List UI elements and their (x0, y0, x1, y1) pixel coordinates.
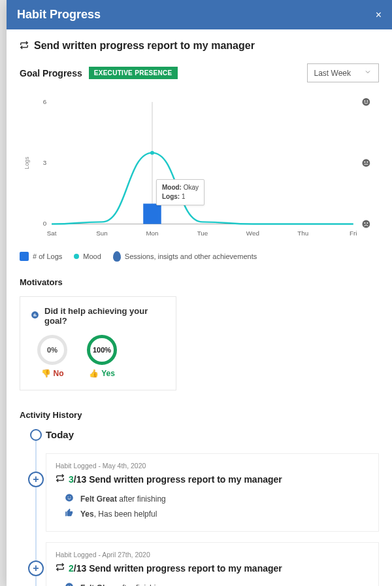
svg-point-22 (362, 220, 370, 228)
svg-point-7 (150, 151, 154, 155)
svg-point-19 (364, 162, 365, 163)
svg-point-31 (70, 496, 71, 497)
svg-point-24 (367, 222, 368, 224)
timeline-node-today (30, 429, 42, 441)
entry-title: 2/13 Send written progress report to my … (69, 563, 282, 574)
progress-chart: Logs036SatSunMonTueWedThuFri Mood: Okay … (20, 94, 379, 245)
svg-point-30 (68, 496, 69, 497)
donut-no: 0% 👎 No (37, 335, 67, 378)
timeline-expand-button[interactable]: + (28, 472, 44, 487)
modal-header: Habit Progress × (7, 0, 392, 29)
chart-svg: Logs036SatSunMonTueWedThuFri (20, 94, 379, 245)
goal-progress-label: Goal Progress (20, 68, 82, 78)
entry-feeling: Felt Okay after finishing (56, 582, 369, 586)
entry-title-row: 2/13 Send written progress report to my … (56, 562, 369, 574)
entry-title-row: 3/13 Send written progress report to my … (56, 474, 369, 485)
timeline-expand-button[interactable]: + (28, 560, 44, 576)
svg-text:3: 3 (43, 159, 47, 166)
donut-no-value: 0% (37, 335, 67, 365)
svg-point-16 (364, 100, 365, 101)
goal-row: Goal Progress EXECUTIVE PRESENCE Last We… (20, 63, 379, 82)
svg-text:Thu: Thu (297, 230, 308, 237)
modal-title: Habit Progress (17, 8, 101, 22)
svg-point-17 (367, 100, 368, 101)
timeline-today-label: Today (46, 429, 379, 440)
svg-text:Tue: Tue (197, 230, 208, 237)
motivators-title: Motivators (20, 277, 379, 287)
entry-feeling: Felt Great after finishing (56, 493, 369, 504)
svg-point-32 (65, 583, 73, 586)
chart-legend: # of Logs Mood Sessions, insigts and oth… (20, 251, 379, 262)
repeat-icon (20, 41, 29, 52)
period-selected: Last Week (314, 69, 351, 78)
svg-text:Sat: Sat (47, 230, 57, 237)
activity-entry[interactable]: Habit Logged - May 4th, 2020 3/13 Send w… (46, 453, 379, 532)
motivator-question: Did it help achieving your goal? (44, 306, 165, 326)
goal-tag[interactable]: EXECUTIVE PRESENCE (89, 67, 178, 79)
goal-left: Goal Progress EXECUTIVE PRESENCE (20, 67, 178, 79)
activity-timeline: Today Habit Logged - May 4th, 2020 3/13 … (20, 429, 379, 586)
motivator-card: Did it help achieving your goal? 0% 👎 No… (20, 296, 176, 390)
svg-text:Fri: Fri (350, 230, 357, 237)
habit-title: Send written progress report to my manag… (34, 40, 255, 52)
dot-icon (74, 254, 79, 259)
svg-text:6: 6 (43, 98, 47, 105)
legend-sessions: Sessions, insigts and other achievements (113, 251, 257, 262)
stat-icon (31, 311, 39, 321)
svg-point-18 (362, 159, 370, 167)
repeat-icon (56, 562, 65, 574)
donut-yes-label: 👍 Yes (89, 369, 115, 378)
svg-point-20 (367, 162, 368, 163)
entry-meta: Habit Logged - April 27th, 2020 (56, 551, 369, 559)
svg-point-23 (364, 222, 365, 224)
svg-rect-6 (143, 203, 161, 224)
pin-icon (113, 251, 121, 262)
motivator-donuts: 0% 👎 No 100% 👍 Yes (31, 335, 165, 378)
svg-point-15 (362, 98, 370, 106)
smile-icon (65, 493, 74, 504)
svg-text:0: 0 (43, 220, 47, 227)
habit-progress-modal: Habit Progress × Send written progress r… (7, 0, 392, 586)
svg-rect-27 (35, 313, 35, 316)
svg-rect-28 (36, 315, 37, 317)
legend-logs: # of Logs (20, 252, 62, 261)
entry-meta: Habit Logged - May 4th, 2020 (56, 462, 369, 470)
svg-text:Sun: Sun (96, 230, 107, 237)
activity-history-title: Activity History (20, 410, 379, 420)
svg-text:Wed: Wed (246, 230, 259, 237)
smile-icon (65, 582, 74, 586)
donut-yes-value: 100% (87, 335, 117, 365)
close-icon[interactable]: × (376, 9, 382, 21)
modal-body: Send written progress report to my manag… (7, 29, 392, 586)
entry-title: 3/13 Send written progress report to my … (69, 474, 282, 485)
donut-yes: 100% 👍 Yes (87, 335, 117, 378)
square-icon (20, 252, 29, 261)
activity-entry[interactable]: Habit Logged - April 27th, 2020 2/13 Sen… (46, 542, 379, 586)
thumbs-down-icon: 👎 (41, 369, 51, 378)
svg-text:Mon: Mon (146, 230, 158, 237)
thumbs-up-icon: 👍 (89, 369, 99, 378)
thumbs-up-icon (65, 508, 74, 519)
chart-tooltip: Mood: Okay Logs: 1 (156, 179, 204, 205)
svg-rect-26 (33, 314, 34, 316)
habit-title-row: Send written progress report to my manag… (20, 40, 379, 52)
svg-text:Logs: Logs (24, 156, 30, 169)
donut-no-label: 👎 No (41, 369, 64, 378)
legend-mood: Mood (74, 252, 101, 260)
entry-helpful: Yes, Has been helpful (56, 508, 369, 519)
svg-point-29 (65, 494, 73, 502)
repeat-icon (56, 474, 65, 485)
motivator-question-row: Did it help achieving your goal? (31, 306, 165, 326)
period-select[interactable]: Last Week (307, 63, 379, 82)
chevron-down-icon (364, 68, 372, 78)
